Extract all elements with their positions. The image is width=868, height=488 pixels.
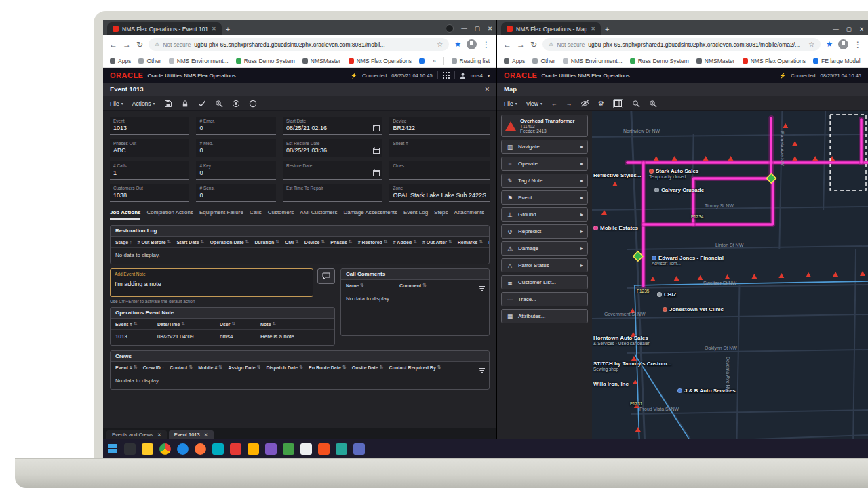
event-tab[interactable]: Equipment Failure — [199, 209, 243, 220]
taskbar-app-icon[interactable] — [318, 443, 330, 455]
form-field[interactable]: # Emer. 0 — [196, 117, 275, 135]
map-tool-button[interactable]: △ Patrol Status ▸ — [501, 258, 588, 272]
search-plus-icon[interactable] — [215, 100, 223, 108]
add-event-note-box[interactable]: Add Event Note — [110, 268, 313, 297]
sort-icon[interactable]: ⇅ — [167, 239, 172, 245]
form-field[interactable]: Start Date 08/25/21 02:16 — [283, 117, 382, 135]
record-icon[interactable] — [232, 100, 240, 108]
address-bar[interactable]: ⚠ Not secure ugbu-phx-65.snphxprshared1.… — [542, 38, 821, 51]
map-tool-button[interactable]: ⊥ Ground ▸ — [501, 207, 588, 222]
form-field[interactable]: Event 1013 — [110, 117, 189, 135]
filter-icon[interactable] — [323, 321, 331, 333]
sort-icon[interactable]: ⇅ — [201, 239, 205, 245]
start-button[interactable] — [108, 444, 118, 453]
sort-icon[interactable]: ⇅ — [437, 365, 441, 370]
browser-tab[interactable]: NMS Flex Operations - Map ✕ — [501, 22, 601, 35]
map-tool-button[interactable]: ↺ Repredict ▸ — [501, 224, 588, 239]
zoom-in-icon[interactable] — [649, 100, 657, 108]
column-header[interactable]: Crew ID↑ — [143, 365, 165, 370]
reading-list-button[interactable]: Reading list — [452, 58, 490, 64]
close-button[interactable]: ✕ — [859, 26, 864, 33]
map-tool-button[interactable]: ▥ Navigate ▸ — [501, 140, 588, 154]
save-icon[interactable] — [164, 100, 172, 108]
filter-icon[interactable] — [478, 239, 486, 248]
calendar-icon[interactable] — [373, 167, 380, 179]
close-event-icon[interactable]: ✕ — [484, 86, 490, 93]
sort-icon[interactable]: ⇅ — [275, 239, 279, 245]
bookmark-item[interactable]: Other — [138, 58, 161, 64]
taskbar-app-icon[interactable] — [177, 443, 189, 455]
column-header[interactable]: En Route Date⇅ — [309, 365, 347, 370]
filter-icon[interactable] — [478, 365, 486, 373]
address-bar[interactable]: ⚠ Not secure ugbu-phx-65.snphxprshared1.… — [149, 38, 449, 51]
column-header[interactable]: # Out After⇅ — [422, 239, 452, 245]
map-settings-icon[interactable]: ⚙ — [598, 100, 604, 107]
column-header[interactable]: Duration⇅ — [254, 239, 279, 245]
taskbar-app-icon[interactable] — [353, 443, 365, 455]
bookmark-item[interactable]: Other — [532, 58, 555, 64]
map-tool-button[interactable]: ▦ Attributes... — [501, 309, 588, 323]
event-tab[interactable]: Damage Assessments — [343, 209, 397, 220]
sort-icon[interactable]: ⇅ — [360, 283, 364, 288]
sort-icon[interactable]: ⇅ — [257, 365, 261, 370]
form-field[interactable]: Customers Out 1038 — [110, 184, 189, 202]
sort-icon[interactable]: ⇅ — [349, 239, 353, 245]
check-icon[interactable] — [198, 100, 206, 108]
file-menu[interactable]: File▾ — [504, 100, 517, 107]
column-header[interactable]: # Out Before⇅ — [138, 239, 172, 245]
column-header[interactable]: User⇅ — [220, 321, 260, 327]
comment-button[interactable] — [317, 268, 335, 284]
sort-icon[interactable]: ⇅ — [342, 365, 347, 370]
bookmarks-overflow-icon[interactable]: » — [433, 58, 436, 64]
map-tool-button[interactable]: ≡ Operate ▸ — [501, 157, 588, 171]
view-menu[interactable]: View▾ — [526, 100, 542, 107]
map-search-icon[interactable] — [632, 100, 640, 108]
file-menu[interactable]: File▾ — [110, 100, 123, 107]
map-tool-button[interactable]: ✎ Tag / Note ▸ — [501, 174, 588, 188]
taskbar-app-icon[interactable] — [283, 443, 294, 455]
sort-icon[interactable]: ⇅ — [218, 365, 222, 370]
bookmark-item[interactable]: FE large Model — [419, 58, 425, 64]
add-note-input[interactable] — [115, 281, 309, 287]
taskbar-app-icon[interactable] — [142, 443, 153, 455]
sort-icon[interactable]: ⇅ — [413, 239, 417, 245]
column-header[interactable]: Onsite Date⇅ — [352, 365, 384, 370]
event-tab[interactable]: AMI Customers — [300, 209, 337, 220]
event-tab[interactable]: Job Actions — [110, 209, 140, 220]
apps-grid-icon[interactable] — [443, 72, 450, 79]
browser-avatar[interactable] — [467, 39, 477, 49]
maximize-button[interactable]: ▢ — [475, 25, 480, 32]
taskbar-app-icon[interactable] — [195, 443, 206, 455]
column-header[interactable]: Event #⇅ — [488, 239, 489, 245]
actions-menu[interactable]: Actions▾ — [132, 100, 155, 107]
event-tab[interactable]: Steps — [434, 209, 448, 220]
form-field[interactable]: Zone OPAL Stark Lake Lake Sub 2422S — [389, 184, 490, 202]
sort-icon[interactable]: ⇅ — [134, 365, 138, 370]
map-tool-button[interactable]: ≣ Customer List... — [501, 275, 588, 289]
url-text[interactable]: ugbu-phx-65.snphxprshared1.gbucdsint02ph… — [588, 41, 800, 48]
event-tab[interactable]: Customers — [268, 209, 294, 220]
column-header[interactable]: Note⇅ — [260, 321, 321, 327]
map-back-icon[interactable]: ← — [551, 100, 557, 107]
event-tab[interactable]: Attachments — [454, 209, 484, 220]
taskbar-app-icon[interactable] — [248, 443, 259, 455]
taskbar-app-icon[interactable] — [265, 443, 277, 455]
column-header[interactable]: Mobile #⇅ — [198, 365, 222, 370]
taskbar-app-icon[interactable] — [336, 443, 347, 455]
calendar-icon[interactable] — [373, 122, 380, 134]
column-header[interactable]: Device⇅ — [304, 239, 325, 245]
column-header[interactable]: Phases⇅ — [330, 239, 352, 245]
taskbar-app-icon[interactable] — [212, 443, 224, 455]
bookmark-star-icon[interactable]: ☆ — [808, 41, 814, 48]
bookmarked-star-icon[interactable]: ★ — [826, 40, 833, 49]
bookmark-item[interactable]: NMSMaster — [696, 58, 735, 64]
column-header[interactable]: Contact Required By⇅ — [389, 365, 441, 370]
bookmarked-star-icon[interactable]: ★ — [454, 40, 461, 49]
workspace-tab[interactable]: Event 1013 ✕ — [169, 430, 214, 439]
back-icon[interactable]: ← — [109, 41, 117, 49]
hide-layers-icon[interactable] — [580, 100, 589, 107]
column-header[interactable]: Stage↑ — [115, 240, 132, 245]
sort-icon[interactable]: ⇅ — [321, 239, 325, 245]
map-forward-icon[interactable]: → — [566, 100, 572, 107]
sort-icon[interactable]: ⇅ — [384, 239, 388, 245]
